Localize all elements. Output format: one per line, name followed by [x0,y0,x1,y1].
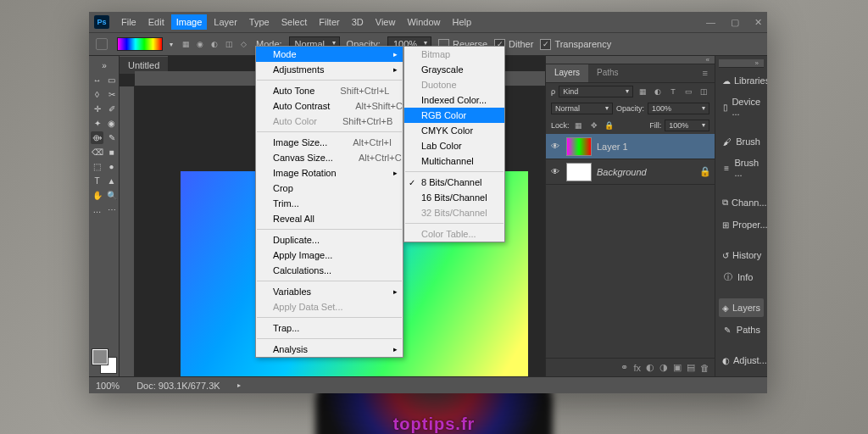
panel-menu-icon[interactable]: ≡ [696,64,715,82]
menu-item-multichannel[interactable]: Multichannel [404,153,504,169]
menu-select[interactable]: Select [276,14,313,30]
more1-tool[interactable]: … [91,203,103,216]
menu-item-trim[interactable]: Trim... [256,196,403,211]
menu-item-adjustments[interactable]: Adjustments [256,62,403,77]
move-tool[interactable]: ↔ [91,74,103,86]
menu-item-auto-contrast[interactable]: Auto ContrastAlt+Shift+Ctrl+L [256,98,403,114]
menu-item-cmyk-color[interactable]: CMYK Color [404,123,504,138]
zoom-level[interactable]: 100% [96,381,120,391]
history-panel-button[interactable]: ↺History [719,246,764,264]
filter-shape-icon[interactable]: ▭ [682,86,694,97]
menu-help[interactable]: Help [448,14,477,30]
menu-item-image-size[interactable]: Image Size...Alt+Ctrl+I [256,135,403,150]
menu-item-lab-color[interactable]: Lab Color [404,138,504,153]
delete-layer-icon[interactable]: 🗑 [700,363,709,373]
filter-adjust-icon[interactable]: ◐ [652,86,664,97]
menu-3d[interactable]: 3D [347,14,369,30]
layer-thumbnail[interactable] [566,163,592,181]
minimize-icon[interactable]: — [706,17,715,28]
radial-gradient-icon[interactable]: ◉ [194,38,206,50]
layers-tab[interactable]: Layers [546,64,588,82]
menu-item-auto-tone[interactable]: Auto ToneShift+Ctrl+L [256,83,403,98]
layer-row[interactable]: 👁 Layer 1 [546,134,715,159]
layer-row[interactable]: 👁 Background 🔒 [546,159,715,185]
layer-name[interactable]: Layer 1 [597,142,628,152]
paths-tab[interactable]: Paths [588,64,627,82]
menu-item-reveal-all[interactable]: Reveal All [256,211,403,226]
info-panel-button[interactable]: ⓘInfo [719,268,764,287]
layer-opacity-select[interactable]: 100% [648,103,709,114]
eraser-tool[interactable]: ⌫ [91,146,103,159]
menu-file[interactable]: File [116,14,142,30]
libraries-panel-button[interactable]: ☁Libraries [719,71,764,90]
device-preview-button[interactable]: ▯Device ... [719,93,764,120]
maximize-icon[interactable]: ▢ [731,17,739,28]
menu-item-crop[interactable]: Crop [256,181,403,196]
paths-panel-button[interactable]: ✎Paths [719,320,764,339]
type-tool[interactable]: T [91,175,103,187]
menu-edit[interactable]: Edit [143,14,170,30]
menu-item-apply-image[interactable]: Apply Image... [256,248,403,263]
document-size[interactable]: Doc: 903.1K/677.3K [136,381,220,391]
healing-tool[interactable]: ✦ [91,117,103,130]
channels-panel-button[interactable]: ⧉Chann... [719,193,764,212]
menu-item-image-rotation[interactable]: Image Rotation [256,165,403,181]
menu-view[interactable]: View [370,14,401,30]
visibility-icon[interactable]: 👁 [549,167,561,176]
menu-item-variables[interactable]: Variables [256,284,403,299]
adjustment-layer-icon[interactable]: ◑ [659,362,668,373]
group-icon[interactable]: ▣ [673,362,682,373]
zoom-tool[interactable]: 🔍 [105,189,118,202]
dock-collapse-bar[interactable]: » [719,59,764,68]
layer-fill-select[interactable]: 100% [665,120,709,131]
close-icon[interactable]: ✕ [754,17,762,28]
pen-tool[interactable]: ▲ [105,175,118,187]
toolbox-collapse-icon[interactable]: » [91,59,118,72]
brush-panel-button[interactable]: 🖌Brush [719,132,764,151]
diamond-gradient-icon[interactable]: ◇ [237,38,249,50]
transparency-checkbox[interactable]: Transparency [540,39,611,50]
linear-gradient-icon[interactable]: ▦ [180,38,192,50]
layer-thumbnail[interactable] [566,137,592,156]
menu-image[interactable]: Image [171,14,208,30]
lock-all-icon[interactable]: 🔒 [604,120,615,131]
gradient-preset-picker[interactable] [117,37,163,51]
menu-item-canvas-size[interactable]: Canvas Size...Alt+Ctrl+C [256,150,403,165]
properties-panel-button[interactable]: ⊞Proper... [719,215,764,234]
layer-mask-icon[interactable]: ◐ [646,362,654,373]
layer-fx-icon[interactable]: fx [633,363,641,373]
paint-bucket-tool[interactable]: ■ [105,146,118,159]
adjustments-panel-button[interactable]: ◐Adjust... [719,351,764,370]
panel-collapse-bar[interactable]: « [546,56,715,64]
foreground-color-swatch[interactable] [92,349,108,364]
hand-tool[interactable]: ✋ [91,189,103,202]
layers-panel-button[interactable]: ◈Layers [719,298,764,317]
lock-position-icon[interactable]: ✥ [588,120,600,131]
menu-item-grayscale[interactable]: Grayscale [404,62,504,77]
brush-tool[interactable]: ✐ [105,103,118,115]
menu-item-indexed-color[interactable]: Indexed Color... [404,92,504,108]
filter-pixel-icon[interactable]: ▦ [637,86,648,97]
menu-item-8-bits-channel[interactable]: ✓8 Bits/Channel [404,175,504,190]
clone-tool[interactable]: ⟴ [91,131,103,144]
menu-item-16-bits-channel[interactable]: 16 Bits/Channel [404,190,504,205]
foreground-background-swatches[interactable] [92,349,116,373]
menu-filter[interactable]: Filter [314,14,344,30]
filter-kind-select[interactable]: Kind [559,86,633,97]
lasso-tool[interactable]: ◊ [91,88,103,101]
more2-tool[interactable]: ⋯ [105,203,118,216]
menu-item-rgb-color[interactable]: RGB Color [404,108,504,123]
reflected-gradient-icon[interactable]: ◫ [223,38,235,50]
gradient-tool[interactable]: ◉ [105,117,118,130]
link-layers-icon[interactable]: ⚭ [620,362,628,373]
menu-item-calculations[interactable]: Calculations... [256,263,403,278]
crop-tool[interactable]: ✂ [105,88,118,101]
layer-blend-select[interactable]: Normal [551,103,613,114]
dodge-tool[interactable]: ● [105,160,118,173]
menu-window[interactable]: Window [402,14,445,30]
angle-gradient-icon[interactable]: ◐ [209,38,220,50]
new-layer-icon[interactable]: ▤ [687,362,695,373]
pencil-tool[interactable]: ✎ [105,131,118,144]
filter-type-icon[interactable]: T [667,86,679,97]
gradient-tool-icon[interactable] [96,38,108,50]
